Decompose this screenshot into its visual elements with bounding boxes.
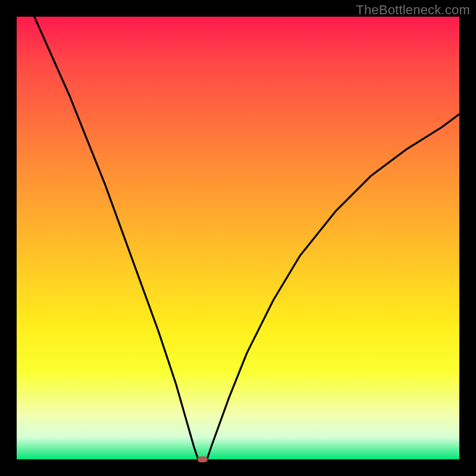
bottleneck-curve <box>17 17 459 459</box>
chart-frame: TheBottleneck.com <box>0 0 476 476</box>
plot-area <box>17 17 459 459</box>
optimum-marker <box>198 456 208 462</box>
watermark-text: TheBottleneck.com <box>356 2 470 18</box>
